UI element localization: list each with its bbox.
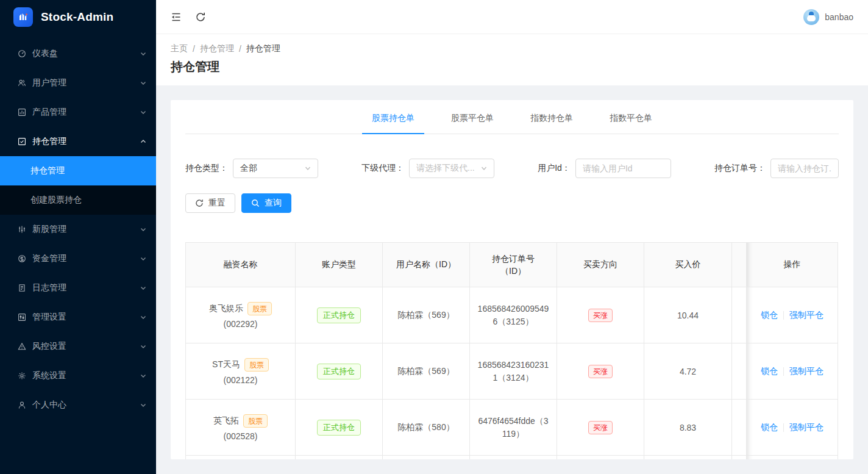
stock-type-tag: 股票 bbox=[247, 302, 272, 315]
refresh-icon[interactable] bbox=[195, 12, 206, 23]
caret-up-icon bbox=[140, 138, 146, 145]
cell-buy-price: 10.44 bbox=[644, 287, 732, 343]
app-title: Stock-Admin bbox=[41, 10, 113, 24]
action-link-强制平仓[interactable]: 强制平仓 bbox=[789, 366, 824, 377]
cell-direction: 买涨 bbox=[557, 287, 644, 343]
tab-股票平仓单[interactable]: 股票平仓单 bbox=[441, 100, 503, 134]
column-header: 持仓订单号（ID） bbox=[470, 243, 557, 287]
sidebar-item-label: 日志管理 bbox=[32, 282, 140, 293]
sidebar-item-label: 用户管理 bbox=[32, 77, 140, 88]
direction-tag: 买涨 bbox=[588, 309, 613, 322]
caret-down-icon bbox=[140, 402, 146, 408]
sidebar-item-admin-settings[interactable]: 管理设置 bbox=[0, 303, 156, 332]
stock-type-tag: 股票 bbox=[243, 414, 268, 428]
sidebar-item-label: 风控设置 bbox=[32, 341, 140, 352]
account-type-tag: 正式持仓 bbox=[317, 307, 361, 323]
sidebar-submenu: 持仓管理创建股票持仓 bbox=[0, 156, 156, 215]
sidebar-item-products[interactable]: 产品管理 bbox=[0, 98, 156, 127]
menu-fold-icon[interactable] bbox=[171, 12, 182, 23]
sidebar-item-dashboard[interactable]: 仪表盘 bbox=[0, 39, 156, 68]
action-link-锁仓[interactable]: 锁仓 bbox=[761, 422, 778, 433]
sidebar-item-label: 持仓管理 bbox=[32, 136, 140, 147]
column-header: 账户类型 bbox=[296, 243, 383, 287]
action-link-强制平仓[interactable]: 强制平仓 bbox=[789, 310, 824, 321]
cell-user: 陈柏霖（569） bbox=[383, 287, 470, 343]
sidebar-menu: 仪表盘用户管理产品管理持仓管理持仓管理创建股票持仓新股管理资金管理日志管理管理设… bbox=[0, 34, 156, 420]
user-menu[interactable]: banbao bbox=[803, 9, 853, 25]
app-logo[interactable]: Stock-Admin bbox=[0, 0, 156, 34]
column-header bbox=[732, 243, 747, 287]
action-link-锁仓[interactable]: 锁仓 bbox=[761, 310, 778, 321]
cell-spacer bbox=[732, 287, 747, 343]
cell-stock-name: 英飞拓股票(002528) bbox=[186, 400, 296, 456]
cell-order-no: 6476f4654fdde（3119） bbox=[470, 400, 557, 456]
sidebar-item-label: 产品管理 bbox=[32, 107, 140, 118]
stock-name: 英飞拓 bbox=[213, 415, 239, 426]
cell-stock-name: ST天马股票(002122) bbox=[186, 343, 296, 400]
sidebar-item-label: 管理设置 bbox=[32, 312, 140, 323]
caret-down-icon bbox=[140, 109, 146, 115]
sub-agent-placeholder: 请选择下级代... bbox=[416, 163, 475, 174]
ipo-icon bbox=[18, 225, 26, 234]
profile-icon bbox=[18, 401, 26, 409]
sidebar-item-users[interactable]: 用户管理 bbox=[0, 68, 156, 98]
action-divider bbox=[783, 423, 784, 432]
action-link-锁仓[interactable]: 锁仓 bbox=[761, 366, 778, 377]
cell-actions: 锁仓强制平仓 bbox=[747, 400, 838, 456]
caret-down-icon bbox=[140, 80, 146, 86]
column-header: 用户名称（ID） bbox=[383, 243, 470, 287]
risk-icon bbox=[18, 342, 26, 351]
breadcrumb-item[interactable]: 持仓管理 bbox=[200, 43, 234, 54]
caret-down-icon bbox=[140, 343, 146, 350]
sidebar-item-logs[interactable]: 日志管理 bbox=[0, 273, 156, 303]
positions-icon bbox=[18, 137, 26, 146]
sub-agent-label: 下级代理： bbox=[361, 163, 404, 174]
tab-指数平仓单[interactable]: 指数平仓单 bbox=[600, 100, 662, 134]
query-button[interactable]: 查询 bbox=[241, 193, 291, 213]
cell-stock-name bbox=[186, 456, 296, 460]
sidebar-item-profile[interactable]: 个人中心 bbox=[0, 390, 156, 420]
user-id-input[interactable] bbox=[575, 159, 671, 178]
page-title: 持仓管理 bbox=[171, 59, 853, 75]
cell-spacer bbox=[732, 400, 747, 456]
sidebar-item-label: 仪表盘 bbox=[32, 48, 140, 59]
cell-buy-price bbox=[644, 456, 732, 460]
action-divider bbox=[783, 311, 784, 320]
cell-account-type: 正式持仓 bbox=[296, 287, 383, 343]
sidebar-item-positions[interactable]: 持仓管理 bbox=[0, 127, 156, 156]
sidebar-item-funds[interactable]: 资金管理 bbox=[0, 244, 156, 273]
submenu-item[interactable]: 持仓管理 bbox=[0, 156, 156, 185]
sidebar-item-ipo[interactable]: 新股管理 bbox=[0, 215, 156, 244]
action-link-强制平仓[interactable]: 强制平仓 bbox=[789, 422, 824, 433]
sidebar-item-system[interactable]: 系统设置 bbox=[0, 361, 156, 390]
submenu-item[interactable]: 创建股票持仓 bbox=[0, 185, 156, 215]
order-no-input[interactable] bbox=[770, 159, 839, 178]
sidebar-item-label: 个人中心 bbox=[32, 400, 140, 411]
stock-type-tag: 股票 bbox=[244, 358, 269, 372]
system-icon bbox=[18, 372, 26, 380]
cell-user bbox=[383, 456, 470, 460]
sidebar-item-risk[interactable]: 风控设置 bbox=[0, 332, 156, 361]
direction-tag: 买涨 bbox=[588, 365, 613, 378]
cell-actions: 锁仓强制平仓 bbox=[747, 343, 838, 400]
stock-name: ST天马 bbox=[212, 359, 240, 370]
filter-position-type: 持仓类型： 全部 bbox=[185, 159, 318, 178]
user-avatar bbox=[803, 9, 819, 25]
tab-股票持仓单[interactable]: 股票持仓单 bbox=[362, 100, 424, 134]
filters: 持仓类型： 全部 下级代理： 请选择下级代... bbox=[185, 159, 839, 178]
position-type-value: 全部 bbox=[240, 163, 257, 174]
column-header: 买卖方向 bbox=[557, 243, 644, 287]
sub-agent-select[interactable]: 请选择下级代... bbox=[409, 159, 494, 178]
reset-button[interactable]: 重置 bbox=[185, 193, 235, 213]
breadcrumb-separator: / bbox=[193, 44, 195, 54]
table-row: 英飞拓股票(002528)正式持仓陈柏霖（580）6476f4654fdde（3… bbox=[186, 400, 838, 456]
caret-down-icon bbox=[140, 226, 146, 232]
page-header: 主页/持仓管理/持仓管理 持仓管理 bbox=[156, 34, 868, 85]
breadcrumb-item[interactable]: 主页 bbox=[171, 43, 188, 54]
caret-down-icon bbox=[140, 51, 146, 57]
app-logo-icon bbox=[13, 7, 33, 27]
position-type-select[interactable]: 全部 bbox=[233, 159, 318, 178]
tab-指数持仓单[interactable]: 指数持仓单 bbox=[521, 100, 583, 134]
stock-code: (002292) bbox=[191, 319, 290, 329]
cell-order-no bbox=[470, 456, 557, 460]
